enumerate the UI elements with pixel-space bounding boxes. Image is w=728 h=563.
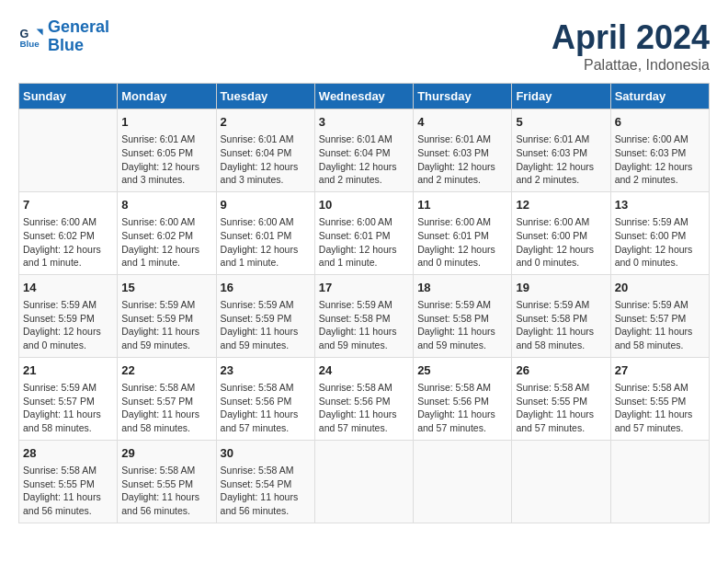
day-number: 15 (121, 280, 211, 296)
day-number: 28 (23, 445, 113, 462)
calendar-cell: 25Sunrise: 5:58 AM Sunset: 5:56 PM Dayli… (414, 357, 512, 440)
day-info: Sunrise: 5:59 AM Sunset: 5:59 PM Dayligh… (221, 298, 311, 352)
day-number: 4 (417, 114, 507, 131)
day-number: 18 (417, 280, 507, 296)
calendar-cell: 27Sunrise: 5:58 AM Sunset: 5:55 PM Dayli… (610, 357, 709, 440)
day-info: Sunrise: 5:58 AM Sunset: 5:56 PM Dayligh… (319, 381, 409, 435)
day-info: Sunrise: 5:58 AM Sunset: 5:56 PM Dayligh… (221, 381, 311, 435)
day-number: 5 (516, 114, 606, 131)
day-info: Sunrise: 5:58 AM Sunset: 5:55 PM Dayligh… (516, 381, 606, 435)
day-number: 6 (615, 114, 705, 131)
header-saturday: Saturday (610, 84, 709, 109)
day-info: Sunrise: 6:01 AM Sunset: 6:03 PM Dayligh… (516, 132, 606, 187)
calendar-table: SundayMondayTuesdayWednesdayThursdayFrid… (18, 83, 710, 523)
calendar-cell (314, 440, 413, 523)
calendar-cell (414, 440, 512, 523)
day-number: 21 (23, 362, 113, 379)
day-number: 22 (121, 362, 211, 379)
day-number: 19 (516, 280, 606, 296)
calendar-cell: 16Sunrise: 5:59 AM Sunset: 5:59 PM Dayli… (216, 274, 314, 357)
calendar-cell: 12Sunrise: 6:00 AM Sunset: 6:00 PM Dayli… (512, 191, 610, 274)
calendar-cell: 7Sunrise: 6:00 AM Sunset: 6:02 PM Daylig… (19, 191, 118, 274)
logo-text: General Blue (48, 18, 109, 55)
day-info: Sunrise: 6:01 AM Sunset: 6:04 PM Dayligh… (319, 132, 409, 187)
calendar-cell: 9Sunrise: 6:00 AM Sunset: 6:01 PM Daylig… (216, 191, 314, 274)
day-info: Sunrise: 5:59 AM Sunset: 5:57 PM Dayligh… (23, 381, 113, 435)
day-info: Sunrise: 5:58 AM Sunset: 5:55 PM Dayligh… (121, 464, 211, 518)
day-number: 16 (221, 280, 311, 296)
logo: G Blue General Blue (18, 18, 109, 55)
day-number: 29 (121, 445, 211, 462)
day-number: 2 (221, 114, 311, 131)
day-info: Sunrise: 5:59 AM Sunset: 5:58 PM Dayligh… (516, 298, 606, 352)
day-info: Sunrise: 5:58 AM Sunset: 5:55 PM Dayligh… (23, 464, 113, 518)
day-number: 10 (319, 197, 409, 213)
calendar-cell: 10Sunrise: 6:00 AM Sunset: 6:01 PM Dayli… (314, 191, 413, 274)
calendar-title: April 2024 (552, 18, 710, 57)
calendar-cell: 30Sunrise: 5:58 AM Sunset: 5:54 PM Dayli… (216, 440, 314, 523)
calendar-subtitle: Palattae, Indonesia (552, 57, 710, 74)
calendar-cell: 20Sunrise: 5:59 AM Sunset: 5:57 PM Dayli… (610, 274, 709, 357)
calendar-cell (19, 109, 118, 192)
calendar-cell: 29Sunrise: 5:58 AM Sunset: 5:55 PM Dayli… (118, 440, 216, 523)
day-number: 23 (221, 362, 311, 379)
calendar-cell: 19Sunrise: 5:59 AM Sunset: 5:58 PM Dayli… (512, 274, 610, 357)
day-info: Sunrise: 6:00 AM Sunset: 6:03 PM Dayligh… (615, 132, 705, 187)
calendar-cell: 2Sunrise: 6:01 AM Sunset: 6:04 PM Daylig… (216, 109, 314, 192)
header-sunday: Sunday (19, 84, 118, 109)
day-number: 1 (121, 114, 211, 131)
day-info: Sunrise: 6:00 AM Sunset: 6:02 PM Dayligh… (121, 215, 211, 270)
calendar-cell: 11Sunrise: 6:00 AM Sunset: 6:01 PM Dayli… (414, 191, 512, 274)
calendar-week-5: 28Sunrise: 5:58 AM Sunset: 5:55 PM Dayli… (19, 440, 710, 523)
calendar-week-4: 21Sunrise: 5:59 AM Sunset: 5:57 PM Dayli… (19, 357, 710, 440)
svg-text:Blue: Blue (19, 39, 40, 49)
calendar-header-row: SundayMondayTuesdayWednesdayThursdayFrid… (19, 84, 710, 109)
calendar-cell: 14Sunrise: 5:59 AM Sunset: 5:59 PM Dayli… (19, 274, 118, 357)
day-info: Sunrise: 6:00 AM Sunset: 6:01 PM Dayligh… (221, 215, 311, 270)
day-info: Sunrise: 6:01 AM Sunset: 6:03 PM Dayligh… (417, 132, 507, 187)
calendar-cell: 17Sunrise: 5:59 AM Sunset: 5:58 PM Dayli… (314, 274, 413, 357)
calendar-week-1: 1Sunrise: 6:01 AM Sunset: 6:05 PM Daylig… (19, 109, 710, 192)
calendar-cell: 18Sunrise: 5:59 AM Sunset: 5:58 PM Dayli… (414, 274, 512, 357)
calendar-cell: 21Sunrise: 5:59 AM Sunset: 5:57 PM Dayli… (19, 357, 118, 440)
day-number: 7 (23, 197, 113, 213)
title-block: April 2024 Palattae, Indonesia (552, 18, 710, 74)
calendar-cell: 6Sunrise: 6:00 AM Sunset: 6:03 PM Daylig… (610, 109, 709, 192)
header-tuesday: Tuesday (216, 84, 314, 109)
header-wednesday: Wednesday (314, 84, 413, 109)
calendar-cell: 24Sunrise: 5:58 AM Sunset: 5:56 PM Dayli… (314, 357, 413, 440)
calendar-cell: 1Sunrise: 6:01 AM Sunset: 6:05 PM Daylig… (118, 109, 216, 192)
calendar-cell (610, 440, 709, 523)
logo-icon: G Blue (18, 24, 44, 50)
header-friday: Friday (512, 84, 610, 109)
day-info: Sunrise: 5:58 AM Sunset: 5:55 PM Dayligh… (615, 381, 705, 435)
day-number: 17 (319, 280, 409, 296)
day-number: 26 (516, 362, 606, 379)
calendar-week-2: 7Sunrise: 6:00 AM Sunset: 6:02 PM Daylig… (19, 191, 710, 274)
calendar-cell: 28Sunrise: 5:58 AM Sunset: 5:55 PM Dayli… (19, 440, 118, 523)
day-info: Sunrise: 6:00 AM Sunset: 6:02 PM Dayligh… (23, 215, 113, 270)
calendar-cell: 22Sunrise: 5:58 AM Sunset: 5:57 PM Dayli… (118, 357, 216, 440)
day-number: 8 (121, 197, 211, 213)
day-number: 27 (615, 362, 705, 379)
calendar-cell: 4Sunrise: 6:01 AM Sunset: 6:03 PM Daylig… (414, 109, 512, 192)
calendar-cell: 26Sunrise: 5:58 AM Sunset: 5:55 PM Dayli… (512, 357, 610, 440)
header-monday: Monday (118, 84, 216, 109)
day-info: Sunrise: 6:01 AM Sunset: 6:05 PM Dayligh… (121, 132, 211, 187)
calendar-cell: 15Sunrise: 5:59 AM Sunset: 5:59 PM Dayli… (118, 274, 216, 357)
day-number: 30 (221, 445, 311, 462)
day-info: Sunrise: 6:00 AM Sunset: 6:00 PM Dayligh… (516, 215, 606, 270)
page-header: G Blue General Blue April 2024 Palattae,… (18, 18, 710, 74)
calendar-cell: 13Sunrise: 5:59 AM Sunset: 6:00 PM Dayli… (610, 191, 709, 274)
calendar-cell: 5Sunrise: 6:01 AM Sunset: 6:03 PM Daylig… (512, 109, 610, 192)
calendar-cell: 8Sunrise: 6:00 AM Sunset: 6:02 PM Daylig… (118, 191, 216, 274)
day-info: Sunrise: 5:58 AM Sunset: 5:57 PM Dayligh… (121, 381, 211, 435)
day-info: Sunrise: 5:59 AM Sunset: 5:57 PM Dayligh… (615, 298, 705, 352)
day-number: 24 (319, 362, 409, 379)
day-number: 11 (417, 197, 507, 213)
svg-marker-1 (37, 29, 43, 35)
day-number: 3 (319, 114, 409, 131)
day-number: 25 (417, 362, 507, 379)
day-info: Sunrise: 5:59 AM Sunset: 5:58 PM Dayligh… (417, 298, 507, 352)
day-number: 13 (615, 197, 705, 213)
